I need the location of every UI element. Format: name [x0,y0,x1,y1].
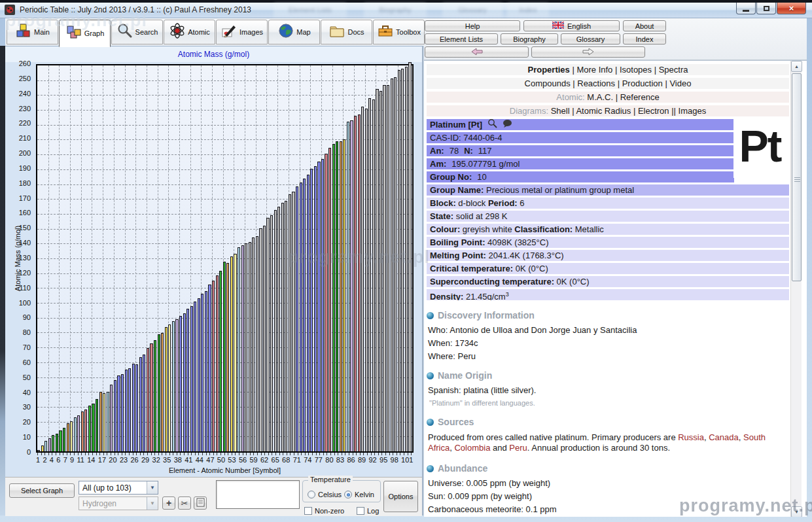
custom-list-box[interactable] [216,480,300,509]
link-colombia[interactable]: Colombia [454,443,490,453]
bar-element-90[interactable] [361,107,364,451]
bar-element-63[interactable] [263,226,266,451]
bar-element-49[interactable] [212,281,215,451]
bar-element-80[interactable] [325,154,327,451]
bar-element-103[interactable] [408,62,411,451]
bar-element-40[interactable] [179,316,182,451]
nav-link-shell[interactable]: Shell [551,106,570,116]
bar-element-48[interactable] [208,285,211,451]
bar-element-62[interactable] [259,228,262,451]
bar-element-2[interactable] [41,445,44,451]
nav-link-video[interactable]: Video [669,78,691,88]
bar-element-50[interactable] [216,275,219,451]
index-button[interactable]: Index [623,33,666,44]
bar-element-44[interactable] [194,302,196,451]
bar-element-83[interactable] [336,141,338,451]
graph-type-dropdown[interactable]: All (up to 103) ▼ [79,481,158,495]
nav-link-properties[interactable]: Properties [527,65,569,75]
bar-element-4[interactable] [48,438,51,451]
bar-element-85[interactable] [343,139,345,451]
bar-element-23[interactable] [117,375,120,451]
nav-link-isotopes[interactable]: Isotopes [620,65,652,75]
bar-element-60[interactable] [252,237,255,451]
tab-graph[interactable]: Graph [59,20,111,47]
bar-element-38[interactable] [172,321,175,451]
tab-atomic[interactable]: Atomic [164,20,215,44]
bar-element-72[interactable] [296,186,298,451]
bar-element-56[interactable] [238,247,240,451]
bar-element-94[interactable] [376,89,378,451]
bar-element-37[interactable] [168,324,171,451]
nav-link-images[interactable]: Images [679,106,707,116]
bar-element-73[interactable] [300,183,302,451]
bar-element-78[interactable] [317,162,320,451]
title-bar[interactable]: Periodic Table :: July 2nd 2013 / v3.9.1… [0,3,812,18]
tab-search[interactable]: Search [111,20,163,44]
bar-element-7[interactable] [59,430,62,451]
bar-element-66[interactable] [274,210,277,451]
english-button[interactable]: English [523,20,620,31]
bar-element-102[interactable] [405,67,408,451]
bar-element-18[interactable] [99,392,102,451]
bar-element-57[interactable] [241,245,244,451]
bar-element-74[interactable] [303,179,306,451]
bar-element-28[interactable] [135,364,138,451]
bar-element-61[interactable] [256,236,258,451]
bar-element-59[interactable] [249,242,251,451]
kelvin-radio[interactable]: Kelvin [344,488,374,500]
bar-element-13[interactable] [81,411,84,451]
bar-element-84[interactable] [340,141,342,451]
cut-button[interactable]: ✂ [178,496,191,510]
bar-element-54[interactable] [230,256,233,451]
bar-element-24[interactable] [121,374,124,451]
element-dropdown[interactable]: Hydrogen ▼ [79,496,158,510]
scrollbar[interactable]: ▲ ▼ [790,61,802,517]
scroll-down-button[interactable]: ▼ [791,506,802,517]
bar-element-98[interactable] [391,78,393,451]
tab-docs[interactable]: Docs [321,20,372,44]
bar-element-51[interactable] [219,271,222,451]
bar-element-64[interactable] [266,218,269,451]
bar-element-65[interactable] [270,215,273,451]
bar-element-96[interactable] [383,85,385,452]
bar-element-41[interactable] [183,313,186,451]
tab-toolbox[interactable]: Toolbox [373,20,425,44]
bar-element-25[interactable] [125,370,128,451]
bar-element-93[interactable] [372,99,375,451]
biography-button[interactable]: Biography [501,33,558,44]
nav-link-electron[interactable]: Electron [638,106,669,116]
bar-element-32[interactable] [150,343,152,451]
bar-element-43[interactable] [190,306,193,451]
bar-element-97[interactable] [387,85,389,452]
bar-element-70[interactable] [289,194,291,451]
bar-element-10[interactable] [70,421,73,451]
forward-button[interactable] [531,46,645,58]
select-graph-button[interactable]: Select Graph [9,483,75,498]
paste-button[interactable] [194,496,207,510]
bar-element-45[interactable] [198,298,200,451]
tab-images[interactable]: Images [216,20,268,44]
bar-element-81[interactable] [328,148,331,451]
bar-element-5[interactable] [52,435,54,451]
link-canada[interactable]: Canada [709,432,739,442]
plus-button[interactable]: + [162,496,175,510]
bar-element-42[interactable] [186,309,189,451]
non-zero-checkbox[interactable]: Non-zero [304,504,344,516]
tab-main[interactable]: Main [7,20,58,44]
bar-element-99[interactable] [394,77,397,451]
bar-element-71[interactable] [292,192,294,451]
options-button[interactable]: Options [383,481,418,512]
celsius-radio[interactable]: Celsius [308,488,342,500]
bar-element-27[interactable] [132,364,135,451]
bar-element-47[interactable] [205,291,207,451]
nav-link-reference[interactable]: Reference [620,92,660,102]
nav-link-production[interactable]: Production [622,78,663,88]
bar-element-21[interactable] [110,385,113,451]
bar-element-75[interactable] [307,175,309,451]
nav-link-compounds[interactable]: Compounds [525,78,571,88]
bar-element-34[interactable] [158,334,160,451]
speech-bubble-icon[interactable] [503,119,512,130]
bar-element-35[interactable] [161,333,164,451]
bar-element-9[interactable] [67,423,69,451]
close-button[interactable]: × [777,3,806,14]
